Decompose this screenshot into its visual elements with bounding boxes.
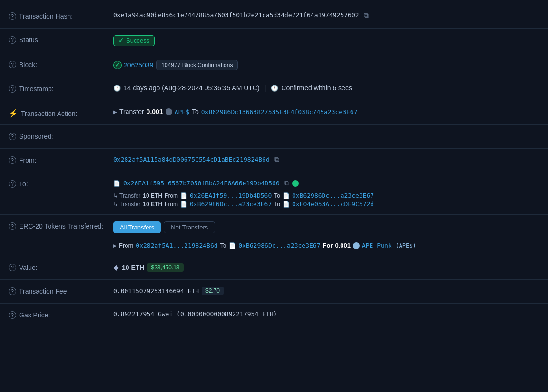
action-label: ⚡ Transaction Action: [9,108,113,118]
erc20-arrow-icon: ▶ [113,243,117,248]
block-confirmations-badge: 104977 Block Confirmations [156,60,238,70]
erc20-label: ? ERC-20 Tokens Transferred: [9,221,113,230]
fee-question-icon[interactable]: ? [9,287,16,295]
gas-question-icon[interactable]: ? [9,311,16,319]
status-badge: Success [113,35,155,46]
transfer-sub-row-2: ↳ Transfer 10 ETH From 📄 0xB62986Dc...a2… [113,201,374,208]
action-token-link[interactable]: APE$ [175,108,189,115]
value-content: ◆ 10 ETH $23,450.13 [113,263,539,272]
value-row: ? Value: ◆ 10 ETH $23,450.13 [0,256,548,280]
from-row: ? From: 0x282af5A115a84dD00675C554cD1aBE… [0,149,548,172]
value-label: ? Value: [9,263,113,271]
erc20-to-page-icon: 📄 [229,242,236,249]
erc20-question-icon[interactable]: ? [9,222,16,230]
action-value: ▶ Transfer 0.001 APE$ To 0xB62986Dc13663… [113,108,539,115]
action-type: Transfer [119,108,144,115]
action-row: ⚡ Transaction Action: ▶ Transfer 0.001 A… [0,101,548,125]
erc20-to-link[interactable]: 0xB62986Dc...a23ce3E67 [238,242,320,249]
value-usd-badge: $23,450.13 [147,263,183,272]
hash-row: ? Transaction Hash: 0xe1a94ac90be856c1e7… [0,5,548,29]
value-question-icon[interactable]: ? [9,264,16,271]
fee-usd-badge: $2.70 [202,287,224,295]
from-address-link[interactable]: 0x282af5A115a84dD00675C554cD1aBEd219824B… [113,156,270,163]
action-lightning-icon: ⚡ [9,109,18,118]
timestamp-question-icon[interactable]: ? [9,85,16,93]
timestamp-text: 🕐 14 days ago (Aug-28-2024 05:36:35 AM U… [113,84,352,92]
transfer1-to-icon: 📄 [283,192,290,199]
tab-net-transfers[interactable]: Net Transfers [164,221,215,233]
transaction-details: ? Transaction Hash: 0xe1a94ac90be856c1e7… [0,0,548,332]
fee-content: 0.00115079253146694 ETH $2.70 [113,287,539,295]
fee-row: ? Transaction Fee: 0.00115079253146694 E… [0,280,548,304]
gas-row: ? Gas Price: 0.892217954 Gwei (0.0000000… [0,304,548,327]
value-eth-amount: 10 ETH [122,264,144,271]
hash-text: 0xe1a94ac90be856c1e7447885a7603f501b2e21… [113,11,359,19]
separator: | [264,84,266,92]
to-value: 📄 0x26EA1f595f6567b7050fBbA24F6A66e19Db4… [113,179,539,208]
sponsored-question-icon[interactable]: ? [9,133,16,140]
transfer1-to-link[interactable]: 0xB62986Dc...a23ce3E67 [292,192,374,199]
to-transfers-list: ↳ Transfer 10 ETH From 📄 0x26EA1f59...19… [113,192,374,208]
from-value: 0x282af5A115a84dD00675C554cD1aBEd219824B… [113,155,539,163]
to-main-address: 📄 0x26EA1f595f6567b7050fBbA24F6A66e19Db4… [113,179,299,187]
fee-label: ? Transaction Fee: [9,287,113,295]
to-copy-icon[interactable]: ⧉ [284,179,289,187]
from-copy-icon[interactable]: ⧉ [274,155,279,163]
transfer-action: ▶ Transfer 0.001 APE$ To 0xB62986Dc13663… [113,108,358,115]
transfer1-from-link[interactable]: 0x26EA1f59...19Db4D560 [190,192,272,199]
status-label: ? Status: [9,35,113,44]
sponsored-row: ? Sponsored: [0,125,548,149]
block-value: 20625039 104977 Block Confirmations [113,60,539,70]
eth-diamond-icon: ◆ [113,263,119,272]
block-row: ? Block: 20625039 104977 Block Confirmat… [0,53,548,77]
erc20-from-link[interactable]: 0x282af5A1...219824B6d [136,242,217,249]
action-arrow-icon: ▶ [113,109,117,115]
hash-value: 0xe1a94ac90be856c1e7447885a7603f501b2e21… [113,11,539,19]
to-question-icon[interactable]: ? [9,180,16,188]
erc20-value: All Transfers Net Transfers ▶ From 0x282… [113,221,539,249]
from-question-icon[interactable]: ? [9,156,16,164]
action-amount: 0.001 [147,108,163,115]
erc20-amount: 0.001 [335,242,351,249]
to-page-icon: 📄 [113,180,120,187]
block-label: ? Block: [9,60,113,68]
timestamp-value: 🕐 14 days ago (Aug-28-2024 05:36:35 AM U… [113,84,539,92]
status-value: Success [113,35,539,46]
erc20-token-name-link[interactable]: APE Punk (APE$) [362,242,416,249]
gas-content: 0.892217954 Gwei (0.0000000000892217954 … [113,310,539,317]
fee-eth-amount: 0.00115079253146694 ETH [113,287,199,295]
from-label: ? From: [9,155,113,164]
timestamp-clock-icon: 🕐 [113,85,121,92]
sponsored-label: ? Sponsored: [9,132,113,140]
tab-all-transfers[interactable]: All Transfers [113,221,161,233]
erc20-transfer-row: ▶ From 0x282af5A1...219824B6d To 📄 0xB62… [113,242,416,249]
timestamp-row: ? Timestamp: 🕐 14 days ago (Aug-28-2024 … [0,77,548,101]
to-label: ? To: [9,179,113,188]
hash-copy-icon[interactable]: ⧉ [364,11,369,19]
action-to-address-link[interactable]: 0xB62986Dc13663827535E3F4f038c745a23ce3E… [201,108,358,115]
transfer2-to-icon: 📄 [283,201,290,208]
to-address-link[interactable]: 0x26EA1f595f6567b7050fBbA24F6A66e19Db4D5… [123,180,280,187]
action-token-icon [166,108,172,115]
transfer2-from-link[interactable]: 0xB62986Dc...a23ce3E67 [190,201,272,208]
timestamp-label: ? Timestamp: [9,84,113,93]
to-row: ? To: 📄 0x26EA1f595f6567b7050fBbA24F6A66… [0,172,548,215]
status-question-icon[interactable]: ? [9,36,16,44]
status-row: ? Status: Success [0,29,548,53]
block-number-link[interactable]: 20625039 [113,61,153,69]
transfer2-to-link[interactable]: 0xF04e053A...cDE9C572d [292,201,374,208]
transfer-sub-row-1: ↳ Transfer 10 ETH From 📄 0x26EA1f59...19… [113,192,374,199]
confirmed-clock-icon: 🕐 [271,85,278,92]
block-question-icon[interactable]: ? [9,61,16,68]
hash-question-icon[interactable]: ? [9,12,16,20]
erc20-token-dot [353,242,360,249]
hash-label: ? Transaction Hash: [9,11,113,20]
transfer2-from-icon: 📄 [180,201,187,208]
to-verified-icon [292,180,299,187]
erc20-row: ? ERC-20 Tokens Transferred: All Transfe… [0,215,548,256]
transfer1-from-icon: 📄 [180,192,187,199]
gas-value: 0.892217954 Gwei (0.0000000000892217954 … [113,310,277,317]
gas-label: ? Gas Price: [9,310,113,319]
erc20-tabs: All Transfers Net Transfers [113,221,215,233]
